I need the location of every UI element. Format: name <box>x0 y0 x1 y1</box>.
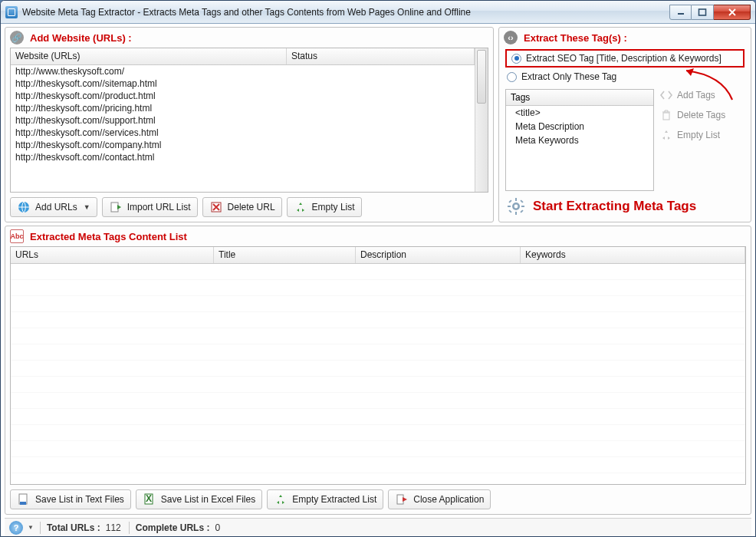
delete-url-button[interactable]: Delete URL <box>202 197 282 217</box>
tags-area: Tags <title> Meta Description Meta Keywo… <box>505 89 744 191</box>
radio-label: Extract Only These Tag <box>521 71 616 82</box>
url-grid-body[interactable]: http://www.theskysoft.com/ http://thesky… <box>11 65 475 163</box>
status-complete-value: 0 <box>215 522 220 533</box>
save-excel-button[interactable]: X Save List in Excel Files <box>136 489 262 509</box>
panel-results: Abc Extracted Meta Tags Content List URL… <box>5 226 751 515</box>
svg-rect-3 <box>111 203 118 212</box>
empty-extracted-button[interactable]: Empty Extracted List <box>267 489 383 509</box>
results-grid[interactable]: URLs Title Description Keywords <box>10 246 746 485</box>
button-label: Delete Tags <box>677 110 725 120</box>
url-grid[interactable]: Website (URLs) Status http://www.theskys… <box>10 48 488 193</box>
list-item[interactable]: http://theskvsoft.com//contact.html <box>11 151 475 163</box>
minimize-button[interactable] <box>669 5 692 20</box>
import-url-list-button[interactable]: Import URL List <box>102 197 198 217</box>
radio-icon <box>511 54 521 64</box>
svg-rect-8 <box>515 212 517 215</box>
col-title[interactable]: Title <box>214 247 356 263</box>
list-item[interactable]: http://theskysoft.com//services.html <box>11 127 475 139</box>
col-keywords[interactable]: Keywords <box>521 247 745 263</box>
button-label: Close Application <box>413 494 484 505</box>
list-item[interactable]: http://theskysoft.com//company.html <box>11 139 475 151</box>
import-icon <box>109 200 123 214</box>
chevron-down-icon: ▼ <box>28 524 34 531</box>
panel-title-urls: Add Website (URLs) : <box>30 32 132 44</box>
svg-text:X: X <box>146 493 152 504</box>
list-item[interactable]: http://theskysoft.com//product.html <box>11 90 475 102</box>
url-grid-header: Website (URLs) Status <box>11 48 475 65</box>
recycle-icon <box>274 493 288 506</box>
scrollbar[interactable] <box>475 48 488 192</box>
list-item[interactable]: <title> <box>506 106 653 120</box>
exit-icon <box>395 493 409 506</box>
tags-listbox[interactable]: Tags <title> Meta Description Meta Keywo… <box>505 89 654 191</box>
separator <box>129 522 130 534</box>
list-item[interactable]: Meta Keywords <box>506 133 653 147</box>
client-area: 🔗 Add Website (URLs) : Website (URLs) St… <box>1 24 755 536</box>
panel-header-results: Abc Extracted Meta Tags Content List <box>5 226 751 246</box>
panel-title-results: Extracted Meta Tags Content List <box>30 231 187 242</box>
button-label: Empty Extracted List <box>292 494 376 505</box>
svg-point-15 <box>514 205 518 209</box>
chevron-down-icon: ▼ <box>84 203 90 211</box>
scrollbar-thumb[interactable] <box>477 50 486 104</box>
col-website[interactable]: Website (URLs) <box>11 48 287 64</box>
results-grid-header: URLs Title Description Keywords <box>11 247 745 264</box>
button-label: Delete URL <box>228 202 275 212</box>
empty-tags-button[interactable]: Empty List <box>660 129 744 141</box>
status-total-value: 112 <box>106 522 121 533</box>
list-item[interactable]: Meta Description <box>506 120 653 133</box>
tags-header-icon: ‹› <box>504 31 518 44</box>
help-button[interactable]: ? <box>9 521 23 535</box>
close-button[interactable] <box>714 5 751 20</box>
add-tags-button[interactable]: Add Tags <box>660 89 744 101</box>
save-excel-icon: X <box>143 493 156 506</box>
svg-rect-7 <box>515 198 517 201</box>
gear-icon <box>507 197 525 216</box>
radio-label: Extract SEO Tag [Title, Description & Ke… <box>526 53 721 64</box>
svg-rect-0 <box>678 13 684 15</box>
list-item[interactable]: http://theskysoft.com//support.html <box>11 114 475 127</box>
maximize-button[interactable] <box>692 5 714 20</box>
svg-rect-20 <box>397 495 403 504</box>
panel-extract-tags: ‹› Extract These Tag(s) : Extract SEO Ta… <box>498 27 751 222</box>
save-text-button[interactable]: Save List in Text Files <box>10 489 131 509</box>
svg-rect-10 <box>521 206 524 207</box>
app-window: Website Meta Tag Extractor - Extracts Me… <box>0 0 756 537</box>
svg-rect-9 <box>508 206 511 207</box>
button-label: Empty List <box>312 202 355 212</box>
col-description[interactable]: Description <box>356 247 521 263</box>
list-item[interactable]: http://theskysoft.com//pricing.html <box>11 102 475 114</box>
delete-icon <box>209 200 223 214</box>
svg-rect-17 <box>20 502 26 505</box>
col-status[interactable]: Status <box>287 48 475 64</box>
button-label: Save List in Text Files <box>35 494 124 505</box>
start-label: Start Extracting Meta Tags <box>533 199 696 214</box>
button-label: Import URL List <box>127 202 191 212</box>
svg-rect-5 <box>663 113 669 120</box>
status-total-label: Total URLs : <box>47 522 100 533</box>
title-bar: Website Meta Tag Extractor - Extracts Me… <box>1 1 755 24</box>
start-extracting-button[interactable]: Start Extracting Meta Tags <box>499 191 751 222</box>
radio-extract-seo[interactable]: Extract SEO Tag [Title, Description & Ke… <box>505 49 744 68</box>
link-icon: 🔗 <box>10 31 24 44</box>
list-item[interactable]: http://www.theskysoft.com/ <box>11 65 475 77</box>
trash-icon <box>660 109 672 121</box>
add-urls-button[interactable]: Add URLs ▼ <box>10 197 97 217</box>
col-urls[interactable]: URLs <box>11 247 214 263</box>
recycle-icon <box>660 129 672 141</box>
svg-rect-14 <box>508 209 511 212</box>
delete-tags-button[interactable]: Delete Tags <box>660 109 744 121</box>
app-icon <box>5 6 18 18</box>
list-item[interactable]: http://theskysoft.com//sitemap.html <box>11 77 475 90</box>
panel-header-tags: ‹› Extract These Tag(s) : <box>499 28 751 48</box>
results-grid-body[interactable] <box>11 264 745 484</box>
empty-list-button[interactable]: Empty List <box>287 197 362 217</box>
recycle-icon <box>294 200 307 214</box>
button-label: Empty List <box>677 130 720 140</box>
radio-extract-only[interactable]: Extract Only These Tag <box>499 69 751 84</box>
globe-icon <box>17 200 31 214</box>
code-icon <box>660 89 672 101</box>
svg-rect-1 <box>699 9 706 15</box>
status-complete-label: Complete URLs : <box>136 522 210 533</box>
close-app-button[interactable]: Close Application <box>388 489 491 509</box>
